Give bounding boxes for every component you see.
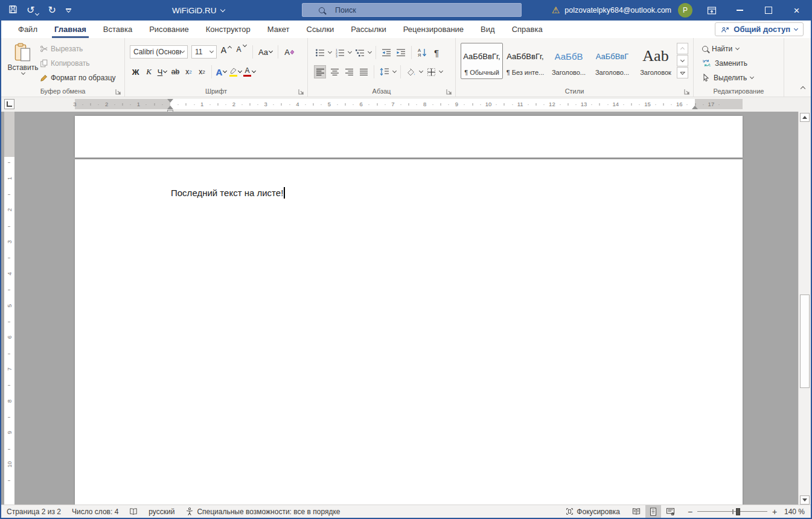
- styles-gallery-more-button[interactable]: [677, 67, 688, 78]
- read-mode-button[interactable]: [628, 505, 644, 518]
- style-card-no-spacing[interactable]: АаБбВвГг, ¶ Без инте...: [504, 43, 546, 79]
- align-right-button[interactable]: [343, 65, 355, 78]
- page-2[interactable]: Последний текст на листе!: [75, 159, 743, 506]
- zoom-out-button[interactable]: −: [686, 507, 694, 517]
- numbering-button[interactable]: 123: [334, 46, 346, 59]
- zoom-level[interactable]: 140 %: [782, 508, 805, 516]
- avatar[interactable]: P: [678, 3, 692, 18]
- tab-insert[interactable]: Вставка: [95, 21, 141, 38]
- find-button[interactable]: Найти: [702, 43, 753, 54]
- ribbon-display-options-button[interactable]: [697, 0, 726, 21]
- undo-dropdown-icon[interactable]: [35, 11, 39, 16]
- change-case-button[interactable]: Аа: [258, 45, 272, 59]
- bullets-button[interactable]: [314, 46, 326, 59]
- document-text[interactable]: Последний текст на листе!: [171, 187, 285, 199]
- tab-design[interactable]: Конструктор: [197, 21, 259, 38]
- format-painter-button[interactable]: Формат по образцу: [40, 72, 116, 83]
- minimize-button[interactable]: [726, 0, 754, 21]
- close-button[interactable]: ×: [782, 0, 811, 21]
- web-layout-button[interactable]: [662, 505, 678, 518]
- tab-home[interactable]: Главная: [46, 21, 95, 38]
- share-button[interactable]: Общий доступ: [715, 22, 804, 36]
- align-left-button[interactable]: [314, 65, 326, 78]
- paste-button[interactable]: Вставить: [8, 43, 37, 84]
- tab-file[interactable]: Файл: [10, 21, 46, 38]
- tab-view[interactable]: Вид: [472, 21, 504, 38]
- highlight-button[interactable]: [229, 65, 241, 78]
- tab-draw[interactable]: Рисование: [141, 21, 197, 38]
- align-center-button[interactable]: [328, 65, 340, 78]
- undo-button[interactable]: ↺: [27, 5, 39, 15]
- search-box[interactable]: Поиск: [302, 3, 522, 17]
- line-spacing-button[interactable]: [379, 65, 391, 78]
- underline-button[interactable]: Ч: [156, 65, 168, 78]
- focus-button[interactable]: Фокусировка: [566, 508, 620, 516]
- font-name-select[interactable]: Calibri (Основн: [130, 45, 188, 59]
- bullets-chevron-icon[interactable]: [328, 49, 332, 54]
- collapse-ribbon-button[interactable]: [801, 82, 805, 93]
- print-layout-button[interactable]: [645, 505, 661, 518]
- zoom-in-button[interactable]: +: [771, 507, 778, 517]
- multilevel-list-button[interactable]: [354, 46, 366, 59]
- pilcrow-button[interactable]: ¶: [430, 46, 443, 59]
- increase-indent-button[interactable]: [395, 46, 407, 59]
- clear-formatting-button[interactable]: А: [284, 45, 295, 59]
- tab-stop-selector[interactable]: [4, 99, 14, 109]
- styles-dialog-launcher-icon[interactable]: [684, 89, 690, 95]
- right-indent-marker[interactable]: [692, 106, 698, 109]
- decrease-indent-button[interactable]: [380, 46, 392, 59]
- grow-font-button[interactable]: А: [220, 45, 232, 59]
- multilevel-chevron-icon[interactable]: [368, 49, 372, 54]
- horizontal-ruler[interactable]: 3211234567891011121314151617: [75, 99, 743, 109]
- shading-button[interactable]: [405, 65, 417, 78]
- zoom-slider-handle[interactable]: [736, 508, 740, 515]
- sort-button[interactable]: АЯ: [416, 46, 428, 59]
- font-dialog-launcher-icon[interactable]: [298, 89, 304, 95]
- first-line-indent-marker[interactable]: [167, 99, 173, 103]
- styles-scroll-up-button[interactable]: [677, 43, 688, 54]
- replace-button[interactable]: bc Заменить: [702, 57, 753, 69]
- style-card-heading1[interactable]: АаБбВ Заголово...: [548, 43, 590, 79]
- accessibility-status[interactable]: Специальные возможности: все в порядке: [185, 507, 340, 516]
- tab-review[interactable]: Рецензирование: [395, 21, 472, 38]
- styles-scroll-down-button[interactable]: [677, 55, 688, 66]
- word-count[interactable]: Число слов: 4: [72, 508, 118, 516]
- italic-button[interactable]: К: [143, 65, 155, 78]
- borders-button[interactable]: [425, 65, 437, 78]
- justify-button[interactable]: [357, 65, 369, 78]
- language-indicator[interactable]: русский: [149, 508, 174, 516]
- subscript-button[interactable]: x2: [183, 65, 194, 78]
- bold-button[interactable]: Ж: [130, 65, 141, 78]
- style-card-normal[interactable]: АаБбВвГг, ¶ Обычный: [461, 43, 503, 79]
- tab-references[interactable]: Ссылки: [298, 21, 343, 38]
- save-icon[interactable]: [8, 5, 18, 16]
- strikethrough-button[interactable]: ab: [170, 65, 181, 78]
- proofing-button[interactable]: [129, 508, 138, 516]
- line-spacing-chevron-icon[interactable]: [392, 69, 397, 73]
- font-size-select[interactable]: 11: [191, 45, 217, 59]
- paragraph-dialog-launcher-icon[interactable]: [446, 89, 452, 95]
- text-effects-button[interactable]: А: [216, 65, 227, 78]
- customize-qat-icon[interactable]: [65, 8, 72, 12]
- shading-chevron-icon[interactable]: [419, 69, 423, 73]
- clipboard-dialog-launcher-icon[interactable]: [115, 89, 121, 95]
- shrink-font-button[interactable]: А: [235, 45, 247, 59]
- style-card-heading2[interactable]: АаБбВвГ Заголово...: [591, 43, 633, 79]
- hanging-indent-marker[interactable]: [167, 106, 173, 109]
- maximize-button[interactable]: [754, 0, 782, 21]
- zoom-slider[interactable]: [697, 508, 767, 516]
- cut-button[interactable]: Вырезать: [40, 43, 116, 54]
- account-email[interactable]: polzovatelpky684@outlook.com: [564, 6, 671, 14]
- select-button[interactable]: Выделить: [702, 72, 753, 83]
- tab-mailings[interactable]: Рассылки: [342, 21, 394, 38]
- style-card-title[interactable]: Aab Заголовок: [635, 43, 677, 79]
- scroll-down-button[interactable]: [800, 495, 810, 505]
- vertical-ruler[interactable]: 12345678910: [4, 112, 14, 506]
- scroll-up-button[interactable]: [800, 113, 810, 122]
- tab-layout[interactable]: Макет: [259, 21, 298, 38]
- redo-icon[interactable]: ↻: [48, 5, 56, 15]
- document-title[interactable]: WiFiGiD.RU: [172, 0, 225, 21]
- superscript-button[interactable]: x2: [196, 65, 208, 78]
- scrollbar-thumb[interactable]: [800, 295, 810, 388]
- numbering-chevron-icon[interactable]: [348, 49, 352, 54]
